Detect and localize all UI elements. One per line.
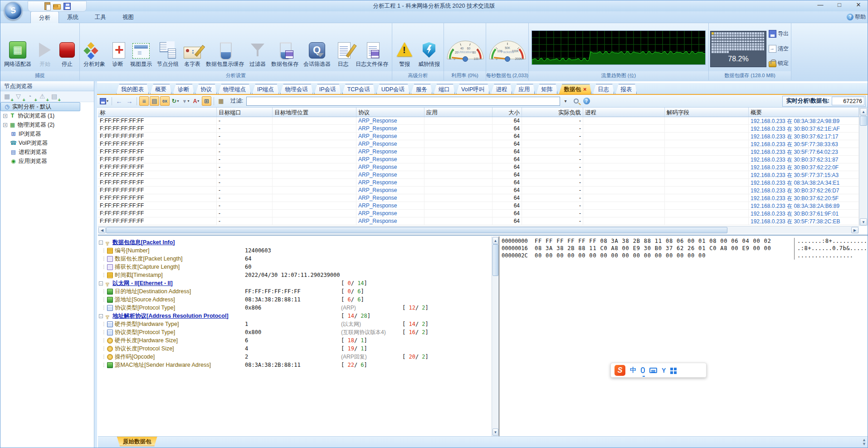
sidebar-item-应用浏览器[interactable]: ◉应用浏览器 xyxy=(0,157,94,166)
威胁情报-button[interactable]: 威胁情报 xyxy=(416,26,442,69)
view-tab-服务[interactable]: 服务 xyxy=(411,84,432,94)
filter-input[interactable] xyxy=(246,97,560,106)
column-header-进程[interactable]: 进程 xyxy=(583,108,665,117)
数据包显示缓存-button[interactable]: 数据包显示缓存 xyxy=(204,26,246,69)
vertical-scrollbar[interactable]: ▲ ▼ xyxy=(859,108,868,226)
mic-icon[interactable] xyxy=(641,367,645,373)
诊断-button[interactable]: 诊断 xyxy=(108,26,127,69)
menu-tab-视图[interactable]: 视图 xyxy=(114,11,142,23)
app-logo[interactable] xyxy=(4,2,22,20)
expand-icon[interactable]: + xyxy=(3,114,7,118)
packet-row[interactable]: F:FF:FF:FF:FF:FF-ARP_Response64-192.168.… xyxy=(98,133,859,140)
colorize-button[interactable]: A▾ xyxy=(191,96,201,106)
packet-row[interactable]: F:FF:FF:FF:FF:FF-ARP_Response64-192.168.… xyxy=(98,194,859,202)
add-filter-icon[interactable]: ▽ xyxy=(16,93,24,101)
decode-scrollbar[interactable]: ▲ ▼ xyxy=(492,236,499,436)
sidebar-item-进程浏览器[interactable]: ▤进程浏览器 xyxy=(0,148,94,157)
refresh-button[interactable]: ↻▾ xyxy=(171,96,180,106)
scroll-up-icon[interactable]: ▲ xyxy=(860,108,867,115)
packet-row[interactable]: F:FF:FF:FF:FF:FF-ARP_Response64-192.168.… xyxy=(98,179,859,187)
menu-tab-系统[interactable]: 系统 xyxy=(59,11,87,23)
column-header-实际负载[interactable]: 实际负载 xyxy=(522,108,583,117)
停止-button[interactable]: 停止 xyxy=(56,26,78,69)
close-tab-icon[interactable]: × xyxy=(583,86,586,93)
packet-row[interactable]: F:FF:FF:FF:FF:FF-ARP_Response64-192.168.… xyxy=(98,156,859,163)
column-header-目标端口[interactable]: 目标端口 xyxy=(217,108,273,117)
view-tab-报表[interactable]: 报表 xyxy=(615,84,637,94)
view-tab-诊断[interactable]: 诊断 xyxy=(173,84,194,94)
expand-icon[interactable]: + xyxy=(3,123,7,127)
save-icon[interactable] xyxy=(63,3,71,10)
search-button[interactable] xyxy=(571,96,581,106)
decode-field-row[interactable]: ┆编号[Number]12400603 xyxy=(98,246,492,255)
chinese-mode-icon[interactable]: 中 xyxy=(630,366,636,374)
sogou-logo-icon[interactable]: S xyxy=(614,365,625,376)
sidebar-item-物理浏览器 (2)[interactable]: +▦物理浏览器 (2) xyxy=(0,120,94,129)
警报-button[interactable]: 警报 xyxy=(394,26,415,69)
过滤器-button[interactable]: 过滤器 xyxy=(247,26,268,69)
scroll-thumb[interactable] xyxy=(493,244,498,276)
view-tab-端口[interactable]: 端口 xyxy=(434,84,455,94)
close-button[interactable]: ✕ xyxy=(852,1,865,8)
packet-row[interactable]: F:FF:FF:FF:FF:FF-ARP_Response64-192.168.… xyxy=(98,125,859,133)
collapse-icon[interactable]: - xyxy=(99,281,103,286)
collapse-icon[interactable]: - xyxy=(99,241,103,245)
decode-field-row[interactable]: ┆源MAC地址[Sender Hardware Adress]08:3A:38:… xyxy=(98,361,492,369)
sidebar-item-VoIP浏览器[interactable]: ☎VoIP浏览器 xyxy=(0,138,94,148)
scroll-right-icon[interactable]: ▶ xyxy=(851,227,858,233)
decode-field-row[interactable]: ┆协议类型[Protocol Type]0x806(ARP)[ 12/ 2] xyxy=(98,304,492,312)
column-header-协议[interactable]: 协议 xyxy=(356,108,424,117)
hex-line[interactable]: 0000002C00 00 00 00 00 00 00 00 00 00 00… xyxy=(499,252,868,260)
add-chart-icon[interactable]: ◔ xyxy=(28,93,36,101)
paste-icon[interactable] xyxy=(44,2,50,10)
open-icon[interactable] xyxy=(53,4,61,10)
menu-tab-工具[interactable]: 工具 xyxy=(87,11,114,23)
导出-button[interactable]: 导出 xyxy=(769,30,789,38)
decode-field-row[interactable]: ┆硬件类型[Hardware Type]1(以太网)[ 14/ 2] xyxy=(98,320,492,328)
decode-field-row[interactable]: ┆源地址[Source Address]08:3A:38:2B:88:11[ 6… xyxy=(98,295,492,304)
hex-view-button[interactable]: 0X xyxy=(160,96,170,106)
list-view-button[interactable]: ≡ xyxy=(139,96,149,106)
scroll-down-icon[interactable]: ▼ xyxy=(493,428,498,436)
menu-tab-分析[interactable]: 分析 xyxy=(30,11,59,23)
decode-section-row[interactable]: -╦数据包信息[Packet Info] xyxy=(98,238,492,246)
maximize-button[interactable]: □ xyxy=(833,1,846,8)
dropdown-button[interactable]: ▾ xyxy=(561,96,571,106)
column-header-大小[interactable]: 大小 xyxy=(493,108,522,117)
decode-field-row[interactable]: ┆目的地址[Destination Address]FF:FF:FF:FF:FF… xyxy=(98,287,492,295)
hex-line[interactable]: 00000000FF FF FF FF FF FF 08 3A 38 2B 88… xyxy=(499,238,868,245)
名字表-button[interactable]: 名字表 xyxy=(181,26,203,69)
view-tab-物理会话[interactable]: 物理会话 xyxy=(280,84,313,94)
corner-scroll-icons[interactable]: ▲▼ xyxy=(862,438,866,446)
column-header-目标地理位置[interactable]: 目标地理位置 xyxy=(273,108,356,117)
table-options-button[interactable]: ▦ xyxy=(216,96,226,106)
view-tab-IP端点[interactable]: IP端点 xyxy=(252,84,279,94)
decode-section-row[interactable]: -╦以太网 - II[Ethernet - II][ 0/ 14] xyxy=(98,279,492,287)
column-header-概要[interactable]: 概要 xyxy=(749,108,859,117)
锁定-button[interactable]: 锁定 xyxy=(769,59,789,67)
会话筛选器-button[interactable]: 会话筛选器 xyxy=(301,26,333,69)
清空-button[interactable]: 清空 xyxy=(769,45,789,53)
add-report-icon[interactable]: ▤ xyxy=(51,93,59,101)
filter-funnel-button[interactable]: ▼▾ xyxy=(181,96,190,106)
packet-row[interactable]: F:FF:FF:FF:FF:FF-ARP_Response64-192.168.… xyxy=(98,210,859,217)
分析对象-button[interactable]: 分析对象 xyxy=(81,26,107,69)
column-header-应用[interactable]: 应用 xyxy=(424,108,493,117)
packet-row[interactable]: F:FF:FF:FF:FF:FF-ARP_Response64-192.168.… xyxy=(98,171,859,179)
view-tab-数据包[interactable]: 数据包× xyxy=(559,84,591,94)
view-tab-物理端点[interactable]: 物理端点 xyxy=(218,84,251,94)
view-tab-日志[interactable]: 日志 xyxy=(593,84,614,94)
packet-row[interactable]: F:FF:FF:FF:FF:FF-ARP_Response64-192.168.… xyxy=(98,202,859,210)
数据包保存-button[interactable]: 数据包保存 xyxy=(269,26,301,69)
keyboard-icon[interactable] xyxy=(649,368,657,373)
packet-row[interactable]: F:FF:FF:FF:FF:FF-ARP_Response64-192.168.… xyxy=(98,187,859,194)
scroll-down-icon[interactable]: ▼ xyxy=(860,218,867,226)
decode-field-row[interactable]: ┆操作码[Opcode]2(ARP回复)[ 20/ 2] xyxy=(98,353,492,361)
new-document-icon[interactable] xyxy=(33,2,41,10)
scroll-left-icon[interactable]: ◀ xyxy=(98,227,106,233)
view-tab-IP会话[interactable]: IP会话 xyxy=(314,84,341,94)
sidebar-item-IP浏览器[interactable]: ⊞IP浏览器 xyxy=(0,129,94,138)
packet-row[interactable]: F:FF:FF:FF:FF:FF-ARP_Response64-192.168.… xyxy=(98,117,859,125)
hex-line[interactable]: 0000001608 3A 38 2B 88 11 C0 A8 00 E9 30… xyxy=(499,245,868,252)
detail-view-button[interactable]: ▤ xyxy=(150,96,159,106)
